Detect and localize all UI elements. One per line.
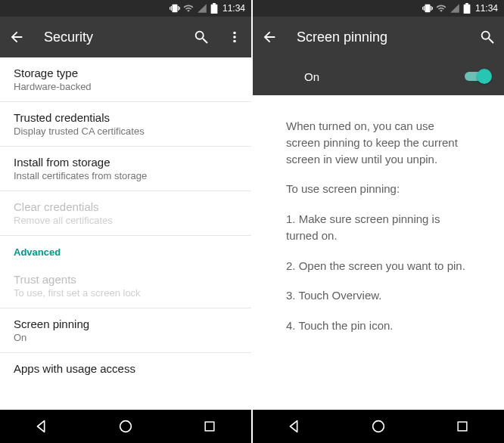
screen-pinning-screen: 11:34 Screen pinning On When turned on, … xyxy=(253,0,504,443)
svg-rect-1 xyxy=(205,422,214,431)
status-bar: 11:34 xyxy=(253,0,504,17)
item-screen-pinning[interactable]: Screen pinning On xyxy=(0,308,251,353)
signal-icon xyxy=(450,3,460,14)
nav-overview-icon[interactable] xyxy=(199,416,220,437)
item-trusted-credentials[interactable]: Trusted credentials Display trusted CA c… xyxy=(0,102,251,147)
status-bar: 11:34 xyxy=(0,0,251,17)
vibrate-icon xyxy=(170,3,180,14)
item-apps-usage-access[interactable]: Apps with usage access xyxy=(0,353,251,384)
section-advanced: Advanced xyxy=(0,236,251,264)
search-icon[interactable] xyxy=(478,28,496,46)
wifi-icon xyxy=(436,3,446,14)
nav-home-icon[interactable] xyxy=(115,416,136,437)
settings-list: Storage type Hardware-backed Trusted cre… xyxy=(0,57,251,410)
toggle-switch[interactable] xyxy=(465,70,490,83)
desc-p1: When turned on, you can use screen pinni… xyxy=(286,118,471,167)
back-icon[interactable] xyxy=(260,28,278,46)
overflow-icon[interactable] xyxy=(226,28,244,46)
description: When turned on, you can use screen pinni… xyxy=(253,95,504,410)
desc-p5: 3. Touch Overview. xyxy=(286,287,471,304)
page-title: Screen pinning xyxy=(297,29,460,45)
wifi-icon xyxy=(183,3,194,14)
toggle-row[interactable]: On xyxy=(253,57,504,95)
toggle-label: On xyxy=(304,70,465,83)
battery-icon xyxy=(210,3,218,14)
item-install-from-storage[interactable]: Install from storage Install certificate… xyxy=(0,147,251,191)
app-bar: Security xyxy=(0,17,251,57)
battery-icon xyxy=(463,3,471,14)
nav-back-icon[interactable] xyxy=(284,416,305,437)
search-icon[interactable] xyxy=(192,28,210,46)
app-bar: Screen pinning xyxy=(253,17,504,57)
back-icon[interactable] xyxy=(8,28,26,46)
signal-icon xyxy=(197,3,207,14)
page-title: Security xyxy=(44,29,174,45)
nav-overview-icon[interactable] xyxy=(452,416,473,437)
nav-home-icon[interactable] xyxy=(368,416,389,437)
status-time: 11:34 xyxy=(475,3,498,14)
nav-bar xyxy=(253,410,504,443)
desc-p3: 1. Make sure screen pinning is turned on… xyxy=(286,211,471,244)
desc-p2: To use screen pinning: xyxy=(286,181,471,197)
vibrate-icon xyxy=(422,3,433,14)
status-time: 11:34 xyxy=(222,3,245,14)
desc-p6: 4. Touch the pin icon. xyxy=(286,318,471,334)
nav-back-icon[interactable] xyxy=(31,416,52,437)
svg-point-2 xyxy=(373,421,384,432)
svg-point-0 xyxy=(120,421,132,432)
item-clear-credentials: Clear credentials Remove all certificate… xyxy=(0,191,251,236)
nav-bar xyxy=(0,410,251,443)
item-trust-agents: Trust agents To use, first set a screen … xyxy=(0,264,251,308)
security-settings-screen: 11:34 Security Storage type Hardware-bac… xyxy=(0,0,251,443)
item-storage-type[interactable]: Storage type Hardware-backed xyxy=(0,57,251,102)
desc-p4: 2. Open the screen you want to pin. xyxy=(286,258,471,274)
svg-rect-3 xyxy=(458,422,467,431)
